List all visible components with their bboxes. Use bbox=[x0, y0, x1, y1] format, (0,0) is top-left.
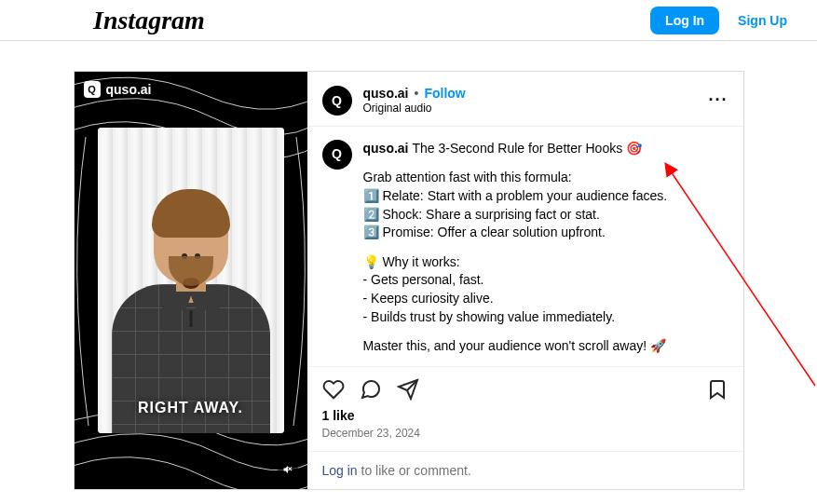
why-header: 💡 Why it works: bbox=[363, 254, 460, 269]
post-sidebar: Q quso.ai • Follow Original audio ··· Q … bbox=[307, 72, 743, 489]
header-text: quso.ai • Follow Original audio bbox=[363, 85, 698, 116]
post-body: Q quso.aiThe 3-Second Rule for Better Ho… bbox=[307, 127, 743, 366]
why-line1: - Gets personal, fast. bbox=[363, 272, 484, 287]
caption-text: quso.aiThe 3-Second Rule for Better Hook… bbox=[363, 140, 728, 366]
save-icon[interactable] bbox=[706, 378, 728, 401]
avatar[interactable]: Q bbox=[322, 140, 352, 170]
comment-rest: to like or comment. bbox=[358, 463, 471, 478]
follow-link[interactable]: Follow bbox=[424, 85, 465, 102]
like-icon[interactable] bbox=[322, 378, 345, 401]
mute-icon[interactable] bbox=[278, 459, 298, 480]
post-container: Q quso.ai RIGHT AWAY. bbox=[0, 41, 817, 490]
instagram-logo[interactable]: Instagram bbox=[93, 6, 205, 35]
top-nav: Instagram Log In Sign Up bbox=[0, 0, 817, 41]
master-line: Master this, and your audience won't scr… bbox=[363, 337, 728, 356]
auth-buttons: Log In Sign Up bbox=[650, 7, 798, 34]
comment-icon[interactable] bbox=[360, 378, 382, 401]
post: Q quso.ai RIGHT AWAY. bbox=[74, 71, 744, 490]
audio-subtext[interactable]: Original audio bbox=[363, 102, 698, 116]
signup-link[interactable]: Sign Up bbox=[727, 7, 798, 34]
comment-prompt: Log in to like or comment. bbox=[307, 451, 743, 489]
username[interactable]: quso.ai bbox=[363, 85, 409, 102]
why-line2: - Keeps curiosity alive. bbox=[363, 291, 494, 306]
action-icons bbox=[322, 375, 728, 404]
person-figure bbox=[112, 172, 270, 433]
likes-count[interactable]: 1 like bbox=[322, 408, 728, 423]
why-line3: - Builds trust by showing value immediat… bbox=[363, 309, 616, 324]
caption-line1: 1️⃣ Relate: Start with a problem your au… bbox=[363, 188, 668, 203]
caption-line3: 3️⃣ Promise: Offer a clear solution upfr… bbox=[363, 225, 606, 239]
quso-badge: Q quso.ai bbox=[84, 81, 152, 98]
post-header: Q quso.ai • Follow Original audio ··· bbox=[307, 72, 743, 127]
more-options-icon[interactable]: ··· bbox=[708, 90, 728, 110]
video-media[interactable]: Q quso.ai RIGHT AWAY. bbox=[75, 72, 307, 489]
video-caption-overlay: RIGHT AWAY. bbox=[98, 400, 284, 416]
post-actions: 1 like December 23, 2024 bbox=[307, 366, 743, 451]
comment-login-link[interactable]: Log in bbox=[322, 463, 358, 478]
avatar[interactable]: Q bbox=[322, 86, 352, 116]
caption-title: The 3-Second Rule for Better Hooks 🎯 bbox=[413, 141, 643, 156]
share-icon[interactable] bbox=[397, 378, 419, 401]
caption-username[interactable]: quso.ai bbox=[363, 141, 409, 156]
login-button[interactable]: Log In bbox=[650, 7, 719, 34]
caption-para1: Grab attention fast with this formula: bbox=[363, 170, 572, 184]
quso-logo-icon: Q bbox=[84, 81, 101, 98]
separator-dot: • bbox=[415, 85, 419, 102]
quso-badge-text: quso.ai bbox=[106, 82, 152, 97]
caption-line2: 2️⃣ Shock: Share a surprising fact or st… bbox=[363, 207, 600, 222]
post-date: December 23, 2024 bbox=[322, 427, 728, 440]
video-frame: RIGHT AWAY. bbox=[98, 128, 284, 433]
